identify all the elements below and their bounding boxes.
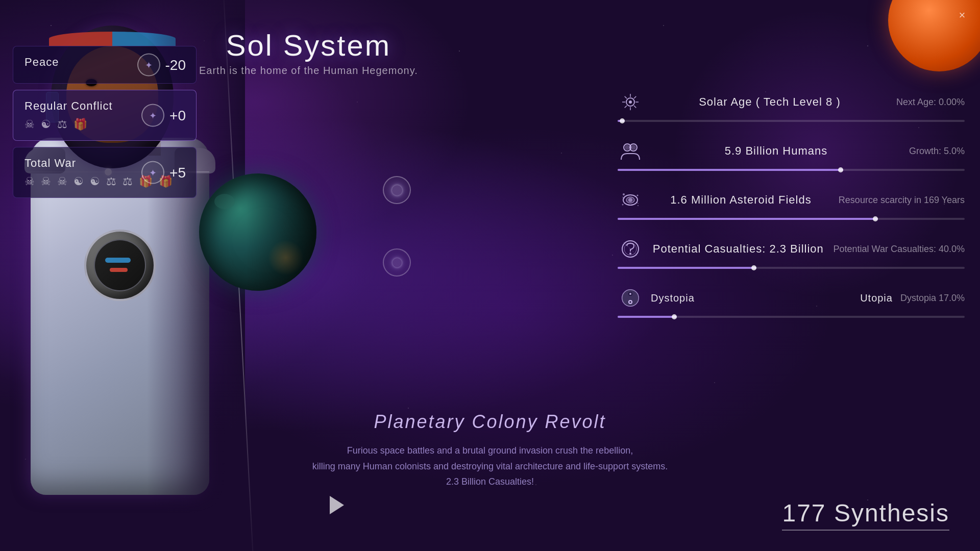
svg-point-16 [628,198,632,202]
svg-point-20 [637,195,639,196]
stats-panel: Solar Age ( Tech Level 8 ) Next Age: 0.0… [618,89,965,334]
skull-icon-tw-3: ☠ [57,175,67,188]
scale-tw-2: ⚖ [122,175,133,188]
asteroid-stat-header: 1.6 Million Asteroid Fields Resource sca… [618,187,965,213]
svg-point-31 [629,301,631,303]
casualties-icon [618,236,643,262]
population-bar-fill [618,169,843,171]
svg-point-21 [622,204,624,206]
peace-dots [137,54,160,77]
asteroid-bar [618,218,965,220]
gift-icon: 🎁 [74,118,87,131]
population-label: 5.9 Billion Humans [651,144,901,158]
tech-label: Solar Age ( Tech Level 8 ) [651,95,889,109]
svg-point-19 [623,193,625,195]
glow-dot-war [383,248,411,277]
dystopia-bar-marker [672,314,677,319]
svg-line-7 [634,106,636,108]
dystopia-bar [618,316,965,318]
asteroid-detail: Resource scarcity in 169 Years [839,195,965,206]
tech-stat-row: Solar Age ( Tech Level 8 ) Next Age: 0.0… [618,89,965,122]
system-header: Sol System Earth is the home of the Huma… [199,28,418,77]
skull-icon-tw-2: ☠ [41,175,51,188]
synthesis-section: 177 Synthesis [782,499,949,531]
svg-point-22 [638,205,639,206]
yin-yang-icon: ☯ [41,118,51,131]
war-options-panel: Peace -20 Regular Conflict ☠ ☯ ⚖ 🎁 +0 To… [13,46,197,198]
system-subtitle: Earth is the home of the Human Hegemony. [199,65,418,77]
peace-score-value: -20 [165,57,186,73]
casualties-stat-header: Potential Casualties: 2.3 Billion Potent… [618,236,965,262]
casualties-bar-marker [751,265,756,270]
regular-conflict-option[interactable]: Regular Conflict ☠ ☯ ⚖ 🎁 +0 [13,90,197,141]
total-war-score-value: +5 [169,164,186,181]
dystopia-detail: Dystopia 17.0% [900,293,965,304]
casualties-bar-container [618,267,965,269]
casualties-label: Potential Casualties: 2.3 Billion [651,242,826,256]
svg-point-30 [629,293,631,295]
svg-point-1 [629,101,632,104]
utopia-label: Utopia [772,292,893,304]
yin-yang-tw-2: ☯ [90,175,100,188]
population-bar [618,169,965,171]
conflict-score-value: +0 [169,107,186,123]
asteroid-icon [618,187,643,213]
svg-point-25 [629,253,631,255]
close-button[interactable]: × [954,8,970,23]
population-stat-header: 5.9 Billion Humans Growth: 5.0% [618,138,965,164]
peace-option[interactable]: Peace -20 [13,46,197,84]
total-war-score-area: +5 [141,161,186,184]
synthesis-label: 177 Synthesis [782,499,949,527]
asteroid-bar-container [618,218,965,220]
population-stat-row: 5.9 Billion Humans Growth: 5.0% [618,138,965,171]
tech-detail: Next Age: 0.00% [896,97,965,108]
population-bar-container [618,169,965,171]
population-detail: Growth: 5.0% [909,146,965,157]
peace-score-area: -20 [137,54,186,77]
skull-icon-tw-1: ☠ [24,175,35,188]
tech-bar [618,120,965,122]
dystopia-icon [618,285,643,311]
dystopia-stat-row: Dystopia Utopia Dystopia 17.0% [618,285,965,318]
dystopia-stat-header: Dystopia Utopia Dystopia 17.0% [618,285,965,311]
scale-icon: ⚖ [57,118,67,131]
yin-yang-tw-1: ☯ [74,175,84,188]
conflict-score-area: +0 [141,104,186,127]
glow-dot-conflict [383,176,411,204]
next-button[interactable] [324,492,350,518]
casualties-stat-row: Potential Casualties: 2.3 Billion Potent… [618,236,965,269]
event-title: Planetary Colony Revolt [102,411,878,433]
event-section: Planetary Colony Revolt Furious space ba… [102,411,878,490]
tech-bar-marker [620,118,625,123]
svg-line-6 [625,96,627,98]
tech-icon [618,89,643,115]
next-triangle-icon [330,496,344,514]
tech-bar-fill [618,120,625,122]
casualties-detail: Potential War Casualties: 40.0% [834,244,965,255]
svg-line-9 [625,106,627,108]
dystopia-label: Dystopia [651,292,772,304]
svg-line-8 [634,96,636,98]
casualties-bar [618,267,965,269]
asteroid-bar-fill [618,218,878,220]
svg-point-13 [631,145,636,150]
asteroid-label: 1.6 Million Asteroid Fields [651,193,831,207]
population-bar-marker [838,167,843,172]
casualties-bar-fill [618,267,756,269]
scale-tw-1: ⚖ [106,175,116,188]
asteroid-bar-marker [873,216,878,221]
tech-stat-header: Solar Age ( Tech Level 8 ) Next Age: 0.0… [618,89,965,115]
total-war-dots [141,161,164,184]
total-war-option[interactable]: Total War ☠ ☠ ☠ ☯ ☯ ⚖ ⚖ 🎁 🎁 +5 [13,147,197,198]
svg-point-12 [625,145,630,150]
population-icon [618,138,643,164]
asteroid-stat-row: 1.6 Million Asteroid Fields Resource sca… [618,187,965,220]
dystopia-bar-fill [618,316,677,318]
system-title: Sol System [199,28,418,62]
dystopia-bar-container [618,316,965,318]
synthesis-underline [782,530,949,531]
conflict-dots [141,104,164,127]
tech-bar-container [618,120,965,122]
event-description: Furious space battles and a brutal groun… [286,443,694,490]
skull-icon-1: ☠ [24,118,35,131]
